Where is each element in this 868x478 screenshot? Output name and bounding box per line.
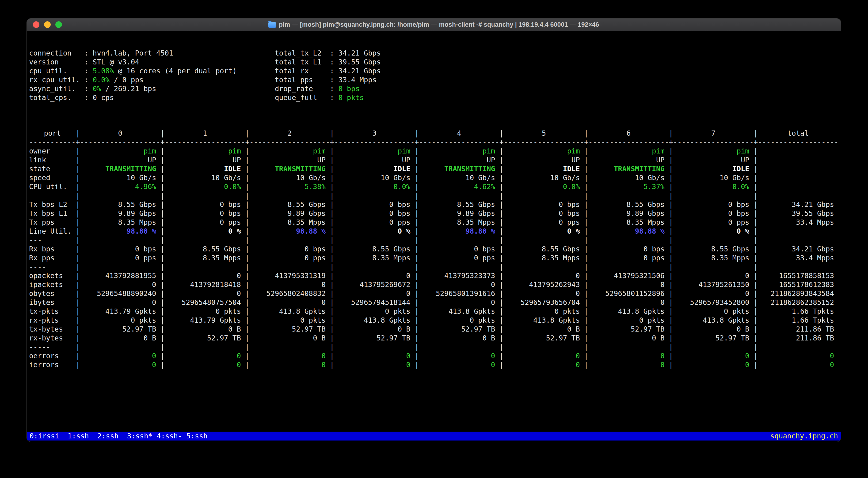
prompt-row[interactable]: tui> bbox=[27, 423, 841, 432]
close-button[interactable] bbox=[33, 21, 39, 28]
cell: 0 bbox=[80, 298, 160, 307]
column-separator: | bbox=[160, 289, 165, 298]
column-separator: | bbox=[160, 253, 165, 263]
column-separator: | bbox=[160, 182, 165, 191]
minimize-button[interactable] bbox=[44, 21, 51, 28]
stat-value-highlight: 5.08% bbox=[93, 67, 114, 75]
table-row: Tx bps L1|9.89 Gbps|0 bps|9.89 Gbps|0 bp… bbox=[27, 209, 841, 218]
esc-hint-row: Press 'ESC' for navigation panel... bbox=[27, 396, 841, 405]
column-separator: | bbox=[414, 200, 419, 209]
column-separator: | bbox=[753, 236, 758, 245]
column-separator: | bbox=[584, 209, 588, 218]
cell: 413792818418 bbox=[165, 280, 245, 289]
column-separator: | bbox=[499, 351, 504, 361]
cell: 10 Gb/s bbox=[334, 173, 414, 182]
cell: 10 Gb/s bbox=[249, 173, 330, 182]
total-cell: 33.4 Mpps bbox=[758, 253, 838, 263]
cell: 0 pps bbox=[334, 218, 414, 227]
stat-value: 34.21 Gbps bbox=[338, 67, 381, 75]
column-separator: | bbox=[245, 316, 249, 325]
cell: pim bbox=[419, 147, 499, 156]
col-header-7: 7 bbox=[673, 129, 753, 138]
column-separator: | bbox=[753, 218, 758, 227]
column-separator: | bbox=[160, 307, 165, 316]
column-separator: | bbox=[245, 147, 249, 156]
cell: 413.8 Gpkts bbox=[249, 307, 330, 316]
column-separator: | bbox=[499, 343, 504, 351]
column-separator: | bbox=[753, 156, 758, 165]
column-separator: | bbox=[160, 325, 165, 334]
cell: 10 Gb/s bbox=[588, 173, 669, 182]
column-separator: | bbox=[76, 316, 80, 325]
col-header-5: 5 bbox=[504, 129, 584, 138]
column-separator: | bbox=[76, 173, 80, 182]
row-label: Line Util. bbox=[29, 227, 76, 236]
col-header-0: 0 bbox=[80, 129, 160, 138]
column-separator: | bbox=[160, 147, 165, 156]
column-separator: | bbox=[330, 325, 334, 334]
total-cell: 1.66 Tpkts bbox=[758, 316, 838, 325]
column-separator: | bbox=[669, 271, 673, 280]
column-separator: | bbox=[160, 245, 165, 253]
column-separator: | bbox=[330, 165, 334, 173]
column-separator: | bbox=[245, 307, 249, 316]
cell: pim bbox=[80, 147, 160, 156]
column-separator: | bbox=[414, 325, 419, 334]
stat-separator: : bbox=[330, 93, 338, 102]
total-cell: 211862893843584 bbox=[758, 289, 838, 298]
column-separator: | bbox=[245, 298, 249, 307]
column-separator: | bbox=[753, 200, 758, 209]
column-separator: | bbox=[245, 165, 249, 173]
terminal-content[interactable]: Global Statistics connection: hvn4.lab, … bbox=[27, 31, 841, 442]
total-cell: 33.4 Mpps bbox=[758, 218, 838, 227]
cell: 9.89 Gbps bbox=[588, 209, 669, 218]
stat-separator: : bbox=[84, 84, 93, 93]
cell: 98.88 % bbox=[80, 227, 160, 236]
blank-line bbox=[27, 414, 841, 423]
row-label: rx-pkts bbox=[29, 316, 76, 325]
cell: 0.0% bbox=[334, 182, 414, 191]
blank-line bbox=[27, 387, 841, 396]
cell: 0 B bbox=[249, 334, 330, 343]
column-separator: | bbox=[499, 253, 504, 263]
cell: 10 Gb/s bbox=[165, 173, 245, 182]
column-separator: | bbox=[76, 263, 80, 271]
column-separator: | bbox=[160, 271, 165, 280]
titlebar[interactable]: pim — [mosh] pim@squanchy.ipng.ch: /home… bbox=[27, 19, 841, 31]
row-label: ---- bbox=[29, 263, 76, 271]
zoom-button[interactable] bbox=[55, 21, 62, 28]
cell: 0 B bbox=[673, 325, 753, 334]
stat-value: 39.55 Gbps bbox=[338, 58, 381, 67]
column-separator: | bbox=[753, 263, 758, 271]
cell: 0 bbox=[165, 351, 245, 361]
column-separator: | bbox=[414, 182, 419, 191]
cell: IDLE bbox=[334, 165, 414, 173]
col-header-2: 2 bbox=[249, 129, 330, 138]
column-separator: | bbox=[330, 147, 334, 156]
stat-separator: : bbox=[330, 84, 338, 93]
total-cell: 0 bbox=[758, 351, 838, 361]
column-separator: | bbox=[669, 325, 673, 334]
cell: 9.89 Gbps bbox=[249, 209, 330, 218]
cell: 52.97 TB bbox=[249, 325, 330, 334]
column-separator: | bbox=[245, 361, 249, 369]
table-header-row: port|0|1|2|3|4|5|6|7|total bbox=[27, 129, 841, 138]
column-separator: | bbox=[753, 271, 758, 280]
row-label: --- bbox=[29, 236, 76, 245]
cell: 52965488890240 bbox=[80, 289, 160, 298]
table-row: Rx bps|0 bps|8.55 Gbps|0 bps|8.55 Gbps|0… bbox=[27, 245, 841, 253]
column-separator: | bbox=[76, 147, 80, 156]
row-label: owner bbox=[29, 147, 76, 156]
cell: 8.55 Gbps bbox=[249, 200, 330, 209]
status-ok-row: status:[OK] bbox=[27, 405, 841, 414]
global-stats-right: total_tx_L2: 34.21 Gbps bbox=[275, 49, 381, 58]
col-header-4: 4 bbox=[419, 129, 499, 138]
cell: IDLE bbox=[165, 165, 245, 173]
cell: IDLE bbox=[504, 165, 584, 173]
cell: 0.0% bbox=[504, 182, 584, 191]
cell: 0 bbox=[249, 351, 330, 361]
column-separator: | bbox=[669, 218, 673, 227]
table-row: Rx pps|0 pps|8.35 Mpps|0 pps|8.35 Mpps|0… bbox=[27, 253, 841, 263]
cell: 52.97 TB bbox=[165, 334, 245, 343]
cell: 52.97 TB bbox=[334, 334, 414, 343]
